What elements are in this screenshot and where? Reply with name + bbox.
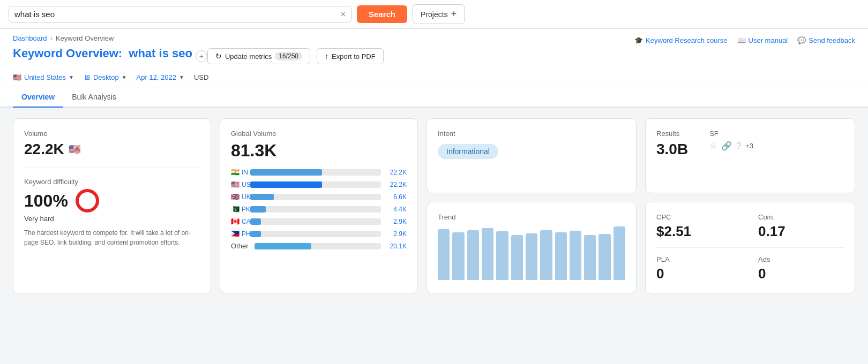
chevron-down-icon: ▼ (69, 74, 74, 80)
update-metrics-label: Update metrics (225, 52, 272, 60)
country-row-uk: 🇬🇧 UK 6.6K (231, 193, 407, 201)
bar-fill-us (250, 181, 322, 188)
trend-bar (496, 231, 508, 280)
header-filters: 🇺🇸 United States ▼ 🖥 Desktop ▼ Apr 12, 2… (13, 73, 855, 87)
breadcrumb-separator: › (50, 34, 53, 42)
com-label: Com. (758, 213, 844, 221)
refresh-icon: ↻ (215, 52, 222, 60)
country-val-us: 22.2K (385, 181, 407, 188)
cpc-value: $2.51 (656, 223, 742, 240)
date-filter-label: Apr 12, 2022 (137, 73, 176, 81)
volume-number: 22.2K (24, 141, 64, 158)
tab-bulk-analysis[interactable]: Bulk Analysis (63, 87, 124, 108)
search-button[interactable]: Search (357, 5, 407, 23)
country-row-pk: 🇵🇰 PK 4.4K (231, 205, 407, 213)
other-label: Other (231, 242, 250, 250)
update-metrics-button[interactable]: ↻ Update metrics 16/250 (207, 48, 310, 64)
sf-col: SF ☆ 🔗 ? +3 (709, 130, 753, 151)
ads-section: Ads 0 (758, 255, 844, 282)
global-volume-value: 81.3K (231, 141, 407, 161)
pla-value: 0 (656, 266, 742, 282)
keyword-course-label: Keyword Research course (646, 36, 727, 44)
intent-badge: Informational (438, 144, 498, 159)
bar-fill-pk (250, 206, 266, 213)
other-row: Other 20.1K (231, 242, 407, 250)
kd-number: 100% (24, 191, 68, 211)
com-value: 0.17 (758, 223, 844, 240)
trend-bar (613, 226, 625, 280)
top-bar: × Search Projects + (0, 0, 868, 29)
chevron-down-icon-3: ▼ (179, 74, 184, 80)
volume-value: 22.2K 🇺🇸 (24, 141, 200, 158)
cpc-label: CPC (656, 213, 742, 221)
cpc-section: CPC $2.51 (656, 213, 742, 240)
trend-bar (511, 235, 523, 280)
desktop-icon: 🖥 (84, 73, 91, 81)
keyword-research-course-link[interactable]: 🎓 Keyword Research course (634, 36, 727, 44)
search-input[interactable] (14, 10, 338, 19)
projects-button[interactable]: Projects + (413, 4, 465, 24)
country-flag-in: 🇮🇳 IN (231, 168, 246, 176)
kd-sub-label: Very hard (24, 215, 200, 223)
country-val-ph: 2.9K (385, 230, 407, 238)
device-filter[interactable]: 🖥 Desktop ▼ (84, 73, 127, 81)
metrics-divider (656, 247, 844, 248)
bar-track-ca (250, 218, 381, 225)
clear-button[interactable]: × (341, 10, 346, 19)
bar-fill-ph (250, 231, 261, 237)
bottom-right-row: Trend CPC $2.51 Com. 0.17 (426, 202, 855, 293)
country-val-pk: 4.4K (385, 206, 407, 213)
in-flag-icon: 🇮🇳 (231, 168, 240, 176)
trend-bar (526, 233, 537, 280)
bar-track-pk (250, 206, 381, 213)
tab-overview[interactable]: Overview (13, 87, 63, 108)
pla-section: PLA 0 (656, 255, 742, 282)
star-icon: ☆ (709, 141, 717, 151)
chat-icon: 💬 (797, 36, 806, 44)
breadcrumb-home[interactable]: Dashboard (13, 34, 47, 42)
chevron-down-icon-2: ▼ (122, 74, 127, 80)
send-feedback-link[interactable]: 💬 Send feedback (797, 36, 855, 44)
results-card: Results 3.0B SF ☆ 🔗 ? +3 (645, 118, 855, 193)
user-manual-link[interactable]: 📖 User manual (737, 36, 788, 44)
right-column: Intent Informational Results 3.0B SF ☆ 🔗 (426, 118, 855, 293)
intent-label: Intent (438, 130, 625, 138)
bar-track-us (250, 181, 381, 188)
bar-track-ph (250, 231, 381, 237)
bar-fill-in (250, 169, 322, 176)
export-pdf-button[interactable]: ↑ Export to PDF (317, 48, 384, 64)
volume-section: Volume 22.2K 🇺🇸 (24, 130, 200, 168)
page-title: Keyword Overview: what is seo (13, 47, 192, 60)
currency-label: USD (194, 73, 208, 81)
country-row-us: 🇺🇸 US 22.2K (231, 180, 407, 188)
results-value: 3.0B (656, 141, 688, 158)
breadcrumb: Dashboard › Keyword Overview (13, 34, 384, 42)
bar-track-in (250, 169, 381, 176)
country-flag-us: 🇺🇸 US (231, 180, 246, 188)
add-keyword-button[interactable]: + (196, 50, 207, 62)
intent-card: Intent Informational (426, 118, 637, 193)
uk-flag-icon: 🇬🇧 (231, 193, 240, 201)
kd-label: Keyword difficulty (24, 178, 200, 186)
book-icon: 📖 (737, 36, 746, 44)
export-icon: ↑ (325, 52, 328, 60)
header-actions: 🎓 Keyword Research course 📖 User manual … (634, 34, 855, 44)
sf-label: SF (709, 130, 753, 138)
trend-label: Trend (438, 213, 625, 221)
link-icon: 🔗 (721, 141, 732, 151)
date-filter[interactable]: Apr 12, 2022 ▼ (137, 73, 184, 81)
global-volume-card: Global Volume 81.3K 🇮🇳 IN 22.2K 🇺🇸 US 22… (220, 118, 418, 293)
country-row-ph: 🇵🇭 PH 2.9K (231, 230, 407, 238)
header-top: Dashboard › Keyword Overview Keyword Ove… (13, 34, 855, 71)
country-flag-ca: 🇨🇦 CA (231, 217, 246, 225)
country-val-ca: 2.9K (385, 218, 407, 225)
country-filter[interactable]: 🇺🇸 United States ▼ (13, 73, 74, 81)
projects-label: Projects (421, 10, 448, 19)
bar-track-other (255, 243, 381, 249)
results-header: Results 3.0B SF ☆ 🔗 ? +3 (656, 130, 844, 158)
kd-difficulty-circle (76, 189, 99, 213)
results-label: Results (656, 130, 688, 138)
us-flag-volume: 🇺🇸 (69, 143, 80, 155)
us-flag-icon-2: 🇺🇸 (231, 180, 240, 188)
metrics-grid: CPC $2.51 Com. 0.17 PLA 0 Ads 0 (656, 213, 844, 282)
